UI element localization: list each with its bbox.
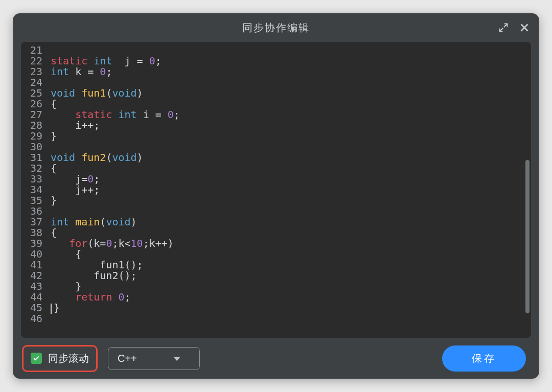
code-line[interactable]: } (51, 195, 180, 206)
code-line[interactable] (51, 206, 180, 217)
line-number: 33 (26, 174, 42, 185)
code-line[interactable]: fun1(); (51, 260, 180, 270)
scrollbar-track[interactable] (525, 45, 530, 335)
line-number: 32 (26, 163, 42, 174)
code-line[interactable] (51, 77, 180, 88)
code-line[interactable]: { (51, 249, 180, 260)
code-line[interactable]: void fun1(void) (51, 88, 180, 99)
line-number: 25 (26, 88, 42, 99)
dialog-titlebar: 同步协作编辑 (13, 13, 539, 42)
code-line[interactable]: } (51, 281, 180, 292)
chevron-down-icon (173, 353, 181, 364)
code-line[interactable]: return 0; (51, 292, 180, 303)
dialog-footer: 同步滚动 C++ 保存 (13, 338, 539, 379)
code-line[interactable]: void fun2(void) (51, 152, 180, 163)
line-number: 23 (26, 66, 42, 77)
code-editor[interactable]: 2122232425262728293031323334353637383940… (21, 42, 531, 338)
expand-icon[interactable] (498, 22, 509, 33)
sync-scroll-checkbox[interactable] (31, 353, 42, 364)
code-line[interactable]: for(k=0;k<10;k++) (51, 238, 180, 249)
collab-edit-dialog: 同步协作编辑 212223242526272829303132333435363… (13, 13, 539, 379)
line-number: 31 (26, 152, 42, 163)
language-select-value: C++ (118, 353, 137, 364)
language-select[interactable]: C++ (108, 347, 200, 370)
code-line[interactable]: j++; (51, 185, 180, 195)
save-button[interactable]: 保存 (442, 345, 526, 372)
line-number: 41 (26, 260, 42, 270)
code-line[interactable] (51, 142, 180, 152)
line-number: 40 (26, 249, 42, 260)
line-number: 29 (26, 131, 42, 142)
line-number: 28 (26, 120, 42, 131)
line-number: 42 (26, 270, 42, 281)
code-line[interactable] (51, 313, 180, 324)
line-number: 39 (26, 238, 42, 249)
code-line[interactable]: } (51, 303, 180, 313)
titlebar-actions (498, 13, 530, 42)
line-number: 24 (26, 77, 42, 88)
line-number: 34 (26, 185, 42, 195)
dialog-title: 同步协作编辑 (242, 21, 310, 35)
code-line[interactable]: int k = 0; (51, 66, 180, 77)
code-line[interactable] (51, 45, 180, 56)
line-number: 45 (26, 303, 42, 313)
code-line[interactable]: i++; (51, 120, 180, 131)
line-number-gutter: 2122232425262728293031323334353637383940… (21, 42, 49, 338)
line-number: 46 (26, 313, 42, 324)
code-line[interactable]: fun2(); (51, 270, 180, 281)
code-line[interactable]: { (51, 227, 180, 238)
line-number: 36 (26, 206, 42, 217)
code-line[interactable]: static int i = 0; (51, 109, 180, 120)
line-number: 44 (26, 292, 42, 303)
line-number: 27 (26, 109, 42, 120)
code-line[interactable]: { (51, 163, 180, 174)
code-line[interactable]: } (51, 131, 180, 142)
code-line[interactable]: j=0; (51, 174, 180, 185)
sync-scroll-group: 同步滚动 (22, 345, 98, 372)
close-icon[interactable] (519, 22, 530, 33)
code-line[interactable]: int main(void) (51, 217, 180, 227)
code-line[interactable]: static int j = 0; (51, 56, 180, 66)
line-number: 22 (26, 56, 42, 66)
line-number: 43 (26, 281, 42, 292)
sync-scroll-label: 同步滚动 (48, 352, 89, 365)
line-number: 37 (26, 217, 42, 227)
scrollbar-thumb[interactable] (525, 160, 530, 313)
code-content[interactable]: static int j = 0;int k = 0;void fun1(voi… (49, 42, 180, 338)
line-number: 30 (26, 142, 42, 152)
line-number: 21 (26, 45, 42, 56)
line-number: 35 (26, 195, 42, 206)
line-number: 38 (26, 227, 42, 238)
text-cursor (51, 304, 52, 314)
code-line[interactable]: { (51, 99, 180, 109)
line-number: 26 (26, 99, 42, 109)
